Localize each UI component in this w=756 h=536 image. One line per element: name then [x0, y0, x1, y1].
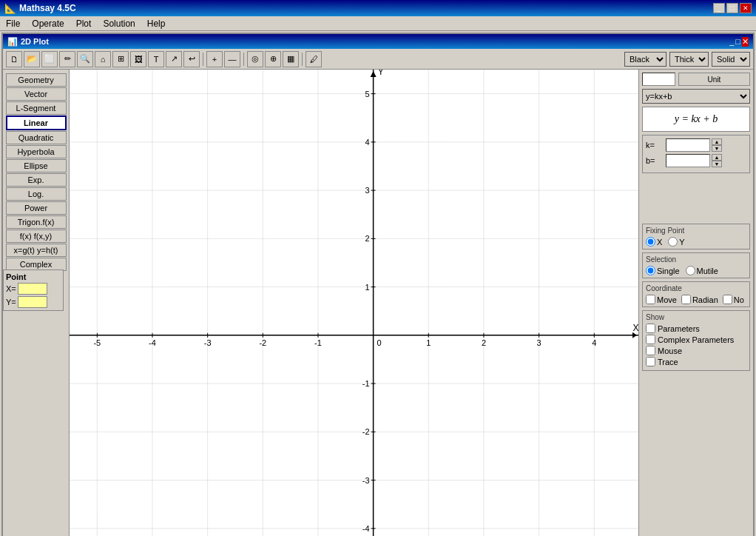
sidebar-item-log[interactable]: Log.	[6, 187, 67, 201]
x-coord-value	[18, 283, 47, 295]
b-spinner[interactable]: ▲ ▼	[712, 154, 722, 167]
close-button[interactable]: ✕	[740, 3, 752, 13]
arrow-button[interactable]: ↗	[166, 51, 182, 67]
point-display: Point X= Y=	[3, 269, 64, 311]
plot-icon: 📊	[7, 37, 18, 47]
b-up-button[interactable]: ▲	[712, 154, 722, 161]
app-title-bar: 📐 Mathsay 4.5C _ □ ✕	[0, 0, 756, 16]
crosshair-button[interactable]: ⊕	[265, 51, 281, 67]
grid-button[interactable]: ▦	[283, 51, 299, 67]
sidebar-item-vector[interactable]: Vector	[6, 87, 67, 101]
fixing-point-box: Fixing Point X Y	[642, 224, 750, 249]
image-button[interactable]: 🖼	[130, 51, 146, 67]
k-down-button[interactable]: ▼	[712, 145, 722, 152]
move-checkbox[interactable]: Move	[646, 295, 677, 304]
sidebar-item-exp[interactable]: Exp.	[6, 173, 67, 187]
mouse-checkbox[interactable]: Mouse	[646, 346, 746, 355]
menu-help[interactable]: Help	[144, 18, 169, 30]
y-coord-value	[18, 296, 47, 308]
params-box: k= ▲ ▼ b= ▲ ▼	[642, 135, 750, 173]
selection-label: Selection	[646, 255, 746, 264]
sidebar-item-lsegment[interactable]: L-Segment	[6, 101, 67, 115]
complex-parameters-checkbox[interactable]: Complex Parameters	[646, 335, 746, 344]
k-label: k=	[646, 141, 664, 150]
fixing-x-option[interactable]: X	[646, 237, 662, 247]
sidebar-item-geometry[interactable]: Geometry	[6, 73, 67, 87]
graph-canvas[interactable]	[70, 70, 638, 536]
zoom-button[interactable]: 🔍	[77, 51, 93, 67]
target-button[interactable]: ◎	[247, 51, 263, 67]
separator-1	[203, 53, 203, 66]
add-button[interactable]: +	[206, 51, 223, 67]
minimize-button[interactable]: _	[713, 3, 725, 13]
k-input[interactable]	[666, 138, 710, 152]
formula-box: y = kx + b	[642, 107, 750, 132]
unit-button[interactable]: Unit	[678, 73, 750, 86]
y-coord-label: Y=	[6, 298, 16, 306]
k-up-button[interactable]: ▲	[712, 138, 722, 145]
equation-select[interactable]: y=kx+b y=ax^2+bx+c y=a/x y=asin(x)+b	[642, 89, 750, 104]
show-box: Show Parameters Complex Parameters Mouse…	[642, 310, 750, 371]
plot-minimize-button[interactable]: _	[729, 37, 734, 47]
style-select[interactable]: Solid Dash Dot	[712, 52, 750, 67]
coordinate-box: Coordinate Move Radian No	[642, 281, 750, 307]
single-option[interactable]: Single	[646, 266, 680, 275]
formula-display: y = kx + b	[675, 113, 718, 124]
separator-2	[243, 53, 244, 66]
right-panel: Unit y=kx+b y=ax^2+bx+c y=a/x y=asin(x)+…	[638, 70, 753, 536]
b-down-button[interactable]: ▼	[712, 161, 722, 167]
sidebar-item-hyperbola[interactable]: Hyperbola	[6, 145, 67, 158]
coordinate-label: Coordinate	[646, 284, 746, 292]
sidebar-item-fx[interactable]: f(x) f(x,y)	[6, 230, 67, 243]
menu-operate[interactable]: Operate	[29, 18, 67, 30]
pen-button[interactable]: 🖊	[306, 51, 322, 67]
select-button[interactable]: ⬜	[41, 51, 58, 67]
unit-input[interactable]	[642, 73, 675, 86]
toolbar-right: Black Red Blue Green Thin Thick Solid Da…	[624, 52, 750, 67]
plot-window: 📊 2D Plot _ □ ✕ 🗋 📂 ⬜ ✏ 🔍 ⌂ ⊞ 🖼 T ↗ ↩ + …	[1, 33, 755, 536]
x-coord-label: X=	[6, 284, 16, 293]
no-checkbox[interactable]: No	[723, 295, 744, 304]
fixing-y-option[interactable]: Y	[668, 237, 684, 247]
parameters-checkbox[interactable]: Parameters	[646, 324, 746, 333]
sidebar-item-power[interactable]: Power	[6, 201, 67, 215]
sidebar-item-quadratic[interactable]: Quadratic	[6, 131, 67, 144]
mutile-option[interactable]: Mutile	[686, 266, 718, 275]
spacer	[642, 176, 750, 221]
new-button[interactable]: 🗋	[6, 51, 22, 67]
b-input[interactable]	[666, 154, 710, 167]
open-button[interactable]: 📂	[24, 51, 40, 67]
sidebar-item-ellipse[interactable]: Ellipse	[6, 159, 67, 172]
k-spinner[interactable]: ▲ ▼	[712, 138, 722, 152]
b-label: b=	[646, 156, 664, 165]
unit-row: Unit	[642, 73, 750, 86]
point-label: Point	[6, 272, 61, 281]
axes-button[interactable]: ⊞	[112, 51, 129, 67]
plot-area[interactable]	[70, 70, 638, 536]
menu-solution[interactable]: Solution	[100, 18, 138, 30]
thickness-select[interactable]: Thin Thick	[669, 52, 709, 67]
color-select[interactable]: Black Red Blue Green	[624, 52, 666, 67]
maximize-button[interactable]: □	[726, 3, 738, 13]
plot-maximize-button[interactable]: □	[735, 37, 740, 47]
plot-title-bar: 📊 2D Plot _ □ ✕	[3, 34, 753, 49]
separator-3	[302, 53, 303, 66]
text-button[interactable]: T	[148, 51, 164, 67]
menu-plot[interactable]: Plot	[73, 18, 95, 30]
radian-checkbox[interactable]: Radian	[681, 295, 718, 304]
selection-box: Selection Single Mutile	[642, 252, 750, 278]
draw-button[interactable]: ✏	[59, 51, 75, 67]
menu-file[interactable]: File	[3, 18, 23, 30]
sidebar: Geometry Vector L-Segment Linear Quadrat…	[3, 70, 70, 536]
home-button[interactable]: ⌂	[95, 51, 111, 67]
sidebar-item-parametric[interactable]: x=g(t) y=h(t)	[6, 244, 67, 257]
menu-bar: File Operate Plot Solution Help	[0, 16, 756, 31]
app-icon: 📐	[4, 3, 16, 14]
undo-button[interactable]: ↩	[183, 51, 200, 67]
trace-checkbox[interactable]: Trace	[646, 357, 746, 366]
line-button[interactable]: —	[224, 51, 240, 67]
plot-close-button[interactable]: ✕	[742, 37, 749, 47]
sidebar-item-trigon[interactable]: Trigon.f(x)	[6, 215, 67, 229]
main-area: Geometry Vector L-Segment Linear Quadrat…	[3, 70, 753, 536]
sidebar-item-linear[interactable]: Linear	[6, 115, 67, 130]
